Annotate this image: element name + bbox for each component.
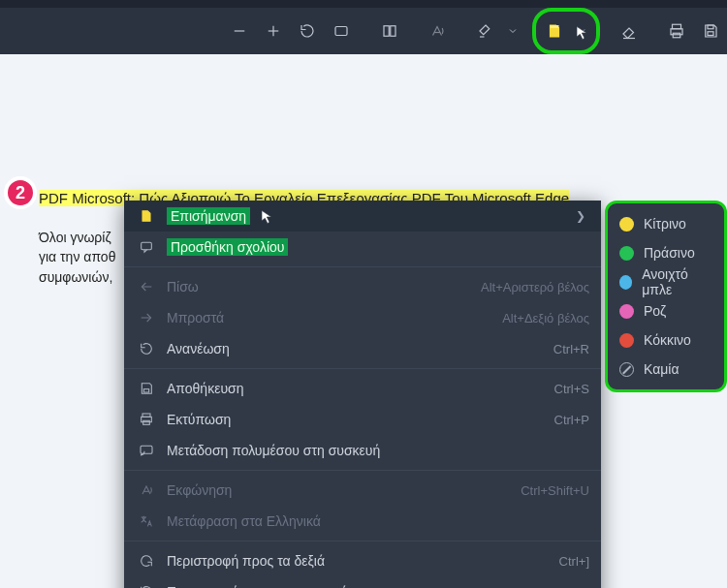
highlight-tool-group (532, 8, 600, 54)
svg-rect-12 (673, 33, 680, 38)
ctx-cast[interactable]: Μετάδοση πολυμέσου στη συσκευή (124, 435, 601, 466)
read-aloud-button[interactable] (421, 14, 453, 48)
color-red[interactable]: Κόκκινο (612, 325, 720, 355)
refresh-icon (136, 341, 157, 356)
page-view-button[interactable] (373, 14, 405, 48)
draw-dropdown-button[interactable] (503, 15, 522, 46)
ctx-back: Πίσω Alt+Αριστερό βέλος (124, 271, 601, 302)
ctx-read-aloud: Εκφώνηση Ctrl+Shift+U (124, 475, 601, 506)
swatch-green (619, 246, 634, 261)
context-menu: Επισήμανση ❯ Προσθήκη σχολίου Πίσω Alt+Α… (124, 201, 601, 588)
ctx-save[interactable]: Αποθήκευση Ctrl+S (124, 373, 601, 404)
svg-rect-21 (143, 420, 150, 424)
rotate-button[interactable] (291, 14, 323, 48)
svg-rect-13 (708, 25, 713, 29)
highlight-dropdown-button[interactable] (571, 15, 592, 46)
zoom-in-button[interactable] (257, 14, 289, 48)
rotate-cw-icon (136, 553, 157, 569)
color-green[interactable]: Πράσινο (612, 238, 720, 267)
save-icon (136, 381, 157, 396)
ctx-add-comment[interactable]: Προσθήκη σχολίου (124, 232, 601, 263)
highlight-icon (136, 208, 157, 224)
swatch-red (619, 333, 634, 348)
ctx-highlight-label: Επισήμανση (167, 207, 250, 225)
submenu-arrow-icon: ❯ (572, 209, 589, 223)
swatch-yellow (619, 217, 634, 232)
zoom-out-button[interactable] (223, 14, 255, 48)
svg-rect-15 (142, 242, 152, 249)
cast-icon (136, 443, 157, 458)
comment-icon (136, 239, 157, 255)
rotate-ccw-icon (136, 584, 157, 588)
ctx-highlight[interactable]: Επισήμανση ❯ (124, 201, 601, 232)
erase-button[interactable] (613, 14, 645, 48)
swatch-none (619, 362, 634, 377)
print-button[interactable] (661, 14, 693, 48)
ctx-add-comment-label: Προσθήκη σχολίου (167, 238, 288, 256)
ctx-forward: Μπροστά Alt+Δεξιό βέλος (124, 302, 601, 333)
svg-rect-5 (390, 26, 395, 37)
svg-rect-14 (708, 32, 713, 36)
save-button[interactable] (695, 14, 727, 48)
pdf-toolbar (0, 8, 727, 54)
svg-rect-4 (384, 26, 389, 37)
swatch-lightblue (619, 275, 632, 290)
highlight-color-submenu: Κίτρινο Πράσινο Ανοιχτό μπλε Ροζ Κόκκινο… (605, 201, 727, 392)
forward-icon (136, 310, 157, 325)
color-yellow[interactable]: Κίτρινο (612, 209, 720, 238)
draw-button[interactable] (469, 14, 501, 48)
svg-rect-22 (141, 446, 152, 453)
svg-rect-8 (551, 25, 559, 28)
svg-rect-3 (335, 27, 347, 36)
ctx-translate: Μετάφραση στα Ελληνικά (124, 506, 601, 537)
svg-rect-18 (143, 389, 148, 392)
color-pink[interactable]: Ροζ (612, 296, 720, 325)
translate-icon (136, 513, 157, 529)
ctx-print[interactable]: Εκτύπωση Ctrl+P (124, 404, 601, 435)
color-lightblue[interactable]: Ανοιχτό μπλε (612, 267, 720, 296)
read-aloud-icon (136, 482, 157, 498)
highlight-button[interactable] (540, 14, 569, 48)
swatch-pink (619, 304, 634, 319)
svg-rect-10 (673, 24, 681, 29)
ctx-rotate-ccw[interactable]: Περιστροφή προς τα αριστερά Ctrl+[ (124, 576, 601, 588)
print-icon (136, 412, 157, 427)
ctx-refresh[interactable]: Ανανέωση Ctrl+R (124, 333, 601, 364)
annotation-badge-2: 2 (4, 176, 37, 209)
back-icon (136, 279, 157, 294)
color-none[interactable]: Καμία (612, 355, 720, 384)
ctx-rotate-cw[interactable]: Περιστροφή προς τα δεξιά Ctrl+] (124, 545, 601, 576)
fit-page-button[interactable] (326, 14, 358, 48)
